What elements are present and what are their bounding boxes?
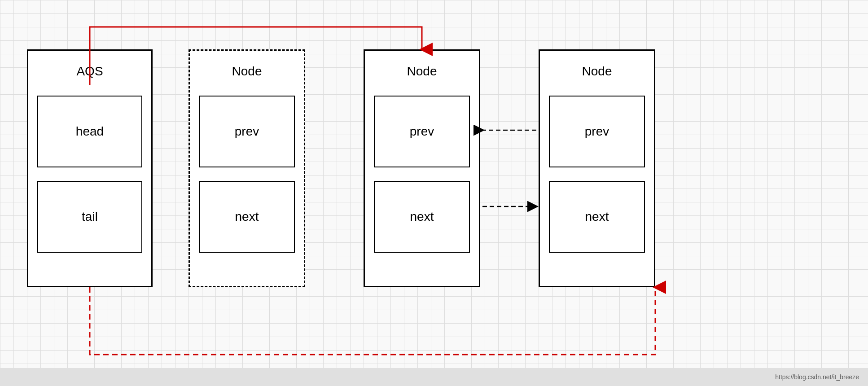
node-next-2: next [374,181,470,253]
aqs-head-field: head [37,96,142,167]
node-next-3: next [549,181,645,253]
bottom-bar: https://blog.csdn.net/it_breeze [0,368,868,386]
node-box-2: Node prev next [364,49,480,287]
node-box-1: Node prev next [189,49,305,287]
node-label-3: Node [540,64,654,79]
tail-to-node3-arrow [90,287,655,355]
node-prev-2: prev [374,96,470,167]
diagram-container: AQS head tail Node prev next Node prev n… [0,0,868,368]
node-box-3: Node prev next [539,49,655,287]
node-next-1: next [199,181,295,253]
aqs-box: AQS head tail [27,49,153,287]
node-label-1: Node [190,64,304,79]
watermark-text: https://blog.csdn.net/it_breeze [775,373,859,381]
node-prev-3: prev [549,96,645,167]
node-label-2: Node [365,64,479,79]
node-prev-1: prev [199,96,295,167]
aqs-tail-field: tail [37,181,142,253]
aqs-label: AQS [28,64,151,79]
